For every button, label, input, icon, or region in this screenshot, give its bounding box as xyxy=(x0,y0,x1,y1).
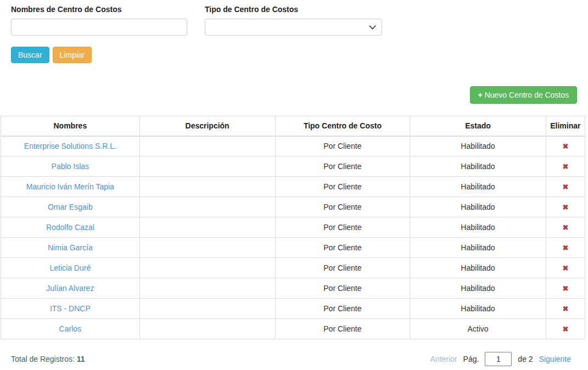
cost-center-name-link[interactable]: Enterprise Solutions S.R.L. xyxy=(24,142,116,150)
cost-centers-table-wrap: Nombres Descripción Tipo Centro de Costo… xyxy=(1,116,585,339)
status-cell: Activo xyxy=(410,319,546,339)
type-filter-label: Tipo de Centro de Costos xyxy=(205,5,382,14)
status-cell: Habilitado xyxy=(410,217,546,238)
col-header-descripcion: Descripción xyxy=(139,116,275,136)
plus-icon: + xyxy=(478,91,483,99)
status-cell: Habilitado xyxy=(410,299,546,319)
total-records-value: 11 xyxy=(77,355,85,363)
status-cell: Habilitado xyxy=(410,278,546,299)
cost-center-name-link[interactable]: Pablo Islas xyxy=(52,162,89,171)
description-cell xyxy=(139,136,275,156)
type-filter-select[interactable] xyxy=(205,19,382,36)
type-cell: Por Cliente xyxy=(275,156,410,177)
page-input[interactable] xyxy=(485,352,512,366)
cost-center-name-link[interactable]: Carlos xyxy=(59,324,81,333)
filter-group-type: Tipo de Centro de Costos xyxy=(205,5,382,36)
name-filter-label: Nombres de Centro de Costos xyxy=(11,5,187,14)
page-of-label: de 2 xyxy=(518,355,533,363)
col-header-estado: Estado xyxy=(410,116,546,136)
table-row: Pablo Islas Por Cliente Habilitado ✖ xyxy=(1,156,585,177)
status-cell: Habilitado xyxy=(410,258,546,278)
table-row: Mauricio Iván Merín Tapia Por Cliente Ha… xyxy=(1,177,585,197)
filter-bar: Nombres de Centro de Costos Tipo de Cent… xyxy=(0,0,588,36)
total-records-label: Total de Registros: xyxy=(11,355,75,363)
cost-center-name-link[interactable]: ITS - DNCP xyxy=(50,304,91,313)
table-row: Leticia Duré Por Cliente Habilitado ✖ xyxy=(1,258,585,278)
description-cell xyxy=(139,217,275,238)
type-cell: Por Cliente xyxy=(275,197,410,217)
name-filter-input[interactable] xyxy=(11,19,187,36)
page-label: Pág. xyxy=(463,355,479,363)
table-row: ITS - DNCP Por Cliente Habilitado ✖ xyxy=(1,299,585,319)
type-cell: Por Cliente xyxy=(275,258,410,278)
status-cell: Habilitado xyxy=(410,156,546,177)
pagination: Anterior Pág. de 2 Siguiente xyxy=(430,352,571,366)
status-cell: Habilitado xyxy=(410,238,546,258)
col-header-nombres: Nombres xyxy=(1,116,140,136)
type-cell: Por Cliente xyxy=(275,177,410,197)
search-button-row: Buscar Limpiar xyxy=(0,36,588,63)
table-header-row: Nombres Descripción Tipo Centro de Costo… xyxy=(1,116,585,136)
cost-centers-table: Nombres Descripción Tipo Centro de Costo… xyxy=(1,116,585,339)
type-cell: Por Cliente xyxy=(275,278,410,299)
description-cell xyxy=(139,258,275,278)
cost-center-name-link[interactable]: Leticia Duré xyxy=(49,264,91,272)
actions-row: +Nuevo Centro de Costos xyxy=(0,86,588,104)
previous-page-link[interactable]: Anterior xyxy=(430,355,457,363)
cost-center-name-link[interactable]: Rodolfo Cazal xyxy=(46,223,94,232)
table-row: Nimia García Por Cliente Habilitado ✖ xyxy=(1,238,585,258)
delete-icon[interactable]: ✖ xyxy=(562,142,568,150)
type-filter-select-wrap xyxy=(205,19,382,36)
table-footer: Total de Registros: 11 Anterior Pág. de … xyxy=(0,352,588,366)
cost-center-name-link[interactable]: Mauricio Iván Merín Tapia xyxy=(26,182,114,191)
cost-center-name-link[interactable]: Omar Esgaib xyxy=(48,203,93,211)
clear-button[interactable]: Limpiar xyxy=(53,47,92,63)
table-row: Carlos Por Cliente Activo ✖ xyxy=(1,319,585,339)
status-cell: Habilitado xyxy=(410,197,546,217)
delete-icon[interactable]: ✖ xyxy=(562,325,568,333)
status-cell: Habilitado xyxy=(410,177,546,197)
description-cell xyxy=(139,177,275,197)
table-row: Omar Esgaib Por Cliente Habilitado ✖ xyxy=(1,197,585,217)
next-page-link[interactable]: Siguiente xyxy=(539,355,571,363)
cost-center-name-link[interactable]: Nimia García xyxy=(48,243,93,252)
status-cell: Habilitado xyxy=(410,136,546,156)
delete-icon[interactable]: ✖ xyxy=(562,305,568,313)
table-row: Rodolfo Cazal Por Cliente Habilitado ✖ xyxy=(1,217,585,238)
table-row: Enterprise Solutions S.R.L. Por Cliente … xyxy=(1,136,585,156)
description-cell xyxy=(139,319,275,339)
delete-icon[interactable]: ✖ xyxy=(562,203,568,211)
type-cell: Por Cliente xyxy=(275,299,410,319)
delete-icon[interactable]: ✖ xyxy=(562,223,568,232)
description-cell xyxy=(139,197,275,217)
type-cell: Por Cliente xyxy=(275,136,410,156)
delete-icon[interactable]: ✖ xyxy=(562,244,568,252)
description-cell xyxy=(139,238,275,258)
search-button[interactable]: Buscar xyxy=(11,47,49,63)
table-row: Julían Alvarez Por Cliente Habilitado ✖ xyxy=(1,278,585,299)
col-header-tipo-centro: Tipo Centro de Costo xyxy=(275,116,410,136)
delete-icon[interactable]: ✖ xyxy=(562,284,568,293)
total-records: Total de Registros: 11 xyxy=(11,355,85,363)
delete-icon[interactable]: ✖ xyxy=(562,264,568,272)
type-cell: Por Cliente xyxy=(275,319,410,339)
delete-icon[interactable]: ✖ xyxy=(562,183,568,191)
type-cell: Por Cliente xyxy=(275,238,410,258)
new-cost-center-button-label: Nuevo Centro de Costos xyxy=(485,91,569,99)
filter-group-name: Nombres de Centro de Costos xyxy=(11,5,187,36)
description-cell xyxy=(139,156,275,177)
description-cell xyxy=(139,278,275,299)
cost-center-name-link[interactable]: Julían Alvarez xyxy=(46,284,94,293)
delete-icon[interactable]: ✖ xyxy=(562,162,568,171)
type-cell: Por Cliente xyxy=(275,217,410,238)
description-cell xyxy=(139,299,275,319)
new-cost-center-button[interactable]: +Nuevo Centro de Costos xyxy=(470,86,578,104)
col-header-eliminar: Eliminar xyxy=(546,116,585,136)
